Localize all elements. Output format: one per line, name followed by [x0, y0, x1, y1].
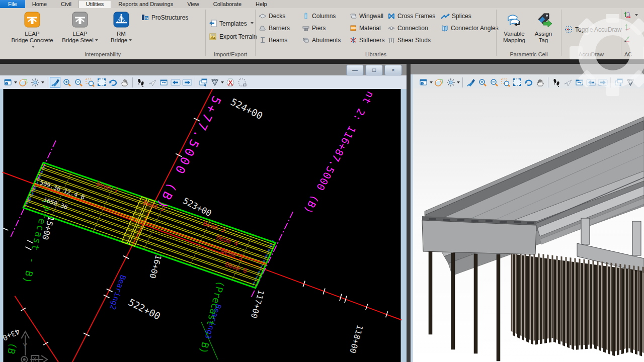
app-frame-band	[0, 59, 644, 64]
toggle-accudraw-icon	[565, 25, 573, 34]
dropdown-caret-icon[interactable]	[430, 81, 433, 85]
library-beams-button[interactable]: Beams	[259, 36, 287, 44]
view-window-plan: — □ × i	[0, 64, 408, 362]
update-view-button[interactable]	[465, 77, 476, 88]
view-previous-button[interactable]	[586, 77, 596, 88]
library-stiffeners-button[interactable]: Stiffeners	[349, 36, 384, 44]
library-piers-button[interactable]: Piers	[302, 24, 326, 32]
export-terrain-button[interactable]: Export Terrain	[209, 32, 257, 41]
acs-axes2-icon	[623, 35, 631, 43]
walk-button[interactable]	[551, 77, 561, 88]
rm-bridge-label-1: RM	[117, 31, 126, 37]
library-connection-button[interactable]: Connection	[387, 24, 428, 32]
library-shear-studs-button[interactable]: Shear Studs	[387, 36, 431, 44]
dropdown-caret-icon[interactable]	[14, 81, 17, 85]
navigate-view-button[interactable]	[158, 77, 169, 88]
tab-help[interactable]: Help	[249, 0, 274, 8]
acs-rotate-button[interactable]	[623, 23, 631, 31]
walk-button[interactable]	[135, 77, 146, 88]
tab-file[interactable]: File	[0, 0, 25, 8]
view-next-button[interactable]	[182, 77, 192, 88]
fit-view-button[interactable]	[512, 77, 522, 88]
window-area-button[interactable]	[85, 77, 95, 88]
tab-home[interactable]: Home	[25, 0, 54, 8]
stiffeners-label: Stiffeners	[359, 37, 384, 44]
toolbar-separator	[132, 77, 133, 87]
shear-studs-label: Shear Studs	[397, 37, 431, 44]
axis-y-label: Y	[23, 341, 27, 350]
display-style-button[interactable]	[434, 77, 444, 88]
view-attributes-button[interactable]: i	[418, 77, 429, 88]
rotate-view-button[interactable]	[523, 77, 534, 88]
pan-view-button[interactable]	[535, 77, 545, 88]
tab-reports-and-drawings[interactable]: Reports and Drawings	[111, 0, 180, 8]
acs-define-button[interactable]	[623, 11, 638, 19]
view-brightness-button[interactable]	[445, 77, 456, 88]
connector-angles-icon	[441, 24, 449, 32]
window-gap	[407, 64, 411, 362]
toggle-accudraw-button[interactable]: Toggle AccuDraw	[565, 25, 622, 34]
update-view-button[interactable]	[50, 77, 60, 88]
tab-civil[interactable]: Civil	[54, 0, 78, 8]
clip-mask-button[interactable]	[225, 77, 235, 88]
rm-bridge-button[interactable]: RM Bridge	[106, 11, 137, 44]
acs-move-button[interactable]	[623, 35, 631, 43]
view-attributes-button[interactable]: i	[3, 77, 13, 88]
fly-button[interactable]	[562, 77, 573, 88]
prostructures-button[interactable]: ProStructures	[141, 13, 188, 22]
minimize-button[interactable]: —	[346, 65, 364, 75]
library-wingwall-button[interactable]: Wingwall	[349, 12, 383, 20]
view-window-titlebar[interactable]: — □ ×	[0, 64, 408, 75]
tab-collaborate[interactable]: Collaborate	[206, 0, 249, 8]
leap-bridge-steel-button[interactable]: LEAP Bridge Steel	[58, 11, 102, 44]
leap-bridge-concrete-button[interactable]: LEAP Bridge Concrete	[9, 11, 55, 50]
splices-icon	[441, 12, 450, 20]
navigate-view-button[interactable]	[574, 77, 585, 88]
export-terrain-icon	[209, 32, 217, 41]
library-splices-button[interactable]: Splices	[441, 12, 471, 20]
close-button[interactable]: ×	[384, 65, 402, 75]
library-barriers-button[interactable]: Barriers	[259, 24, 290, 32]
copy-view-button[interactable]	[613, 77, 624, 88]
fit-view-button[interactable]	[96, 77, 107, 88]
apply-clip-button[interactable]	[236, 77, 247, 88]
window-area-button[interactable]	[500, 77, 511, 88]
library-cross-frames-button[interactable]: Cross Frames	[387, 12, 435, 20]
pan-view-button[interactable]	[119, 77, 130, 88]
display-style-button[interactable]	[18, 77, 29, 88]
columns-icon	[302, 12, 310, 20]
dropdown-caret-icon	[95, 39, 98, 43]
dropdown-caret-icon[interactable]	[41, 81, 44, 85]
variable-mapping-button[interactable]: Variable Mapping	[500, 11, 529, 44]
templates-button[interactable]: Templates	[209, 19, 254, 28]
zoom-in-button[interactable]	[61, 77, 72, 88]
fly-button[interactable]	[147, 77, 157, 88]
clip-volume-button[interactable]	[625, 77, 635, 88]
zoom-out-button[interactable]	[73, 77, 84, 88]
tab-utilities[interactable]: Utilities	[78, 0, 111, 8]
assign-tag-button[interactable]: Assign Tag	[531, 11, 556, 44]
clip-volume-button[interactable]	[209, 77, 220, 88]
view-brightness-button[interactable]	[30, 77, 40, 88]
view-next-button[interactable]	[597, 77, 608, 88]
library-abutments-button[interactable]: Abutments	[302, 36, 341, 44]
toolbar-separator	[462, 77, 463, 87]
library-connector-angles-button[interactable]: Connector Angles	[441, 24, 499, 32]
library-material-button[interactable]: Material	[349, 24, 381, 32]
pile-row-front	[512, 254, 644, 357]
tab-view[interactable]: View	[180, 0, 206, 8]
library-columns-button[interactable]: Columns	[302, 12, 336, 20]
rotate-view-button[interactable]	[108, 77, 118, 88]
dropdown-caret-icon[interactable]	[221, 81, 224, 85]
zoom-out-button[interactable]	[489, 77, 499, 88]
zoom-in-button[interactable]	[477, 77, 488, 88]
plan-view-canvas[interactable]: 524+00 523+00 522+00 15+00 16+00 117+00 …	[0, 89, 408, 362]
barriers-label: Barriers	[269, 25, 290, 32]
dropdown-caret-icon[interactable]	[457, 81, 460, 85]
cross-frames-label: Cross Frames	[397, 13, 435, 20]
library-decks-button[interactable]: Decks	[259, 12, 285, 20]
view-previous-button[interactable]	[170, 77, 181, 88]
model-3d-canvas[interactable]	[413, 88, 644, 362]
restore-button[interactable]: □	[365, 65, 383, 75]
copy-view-button[interactable]	[198, 77, 208, 88]
